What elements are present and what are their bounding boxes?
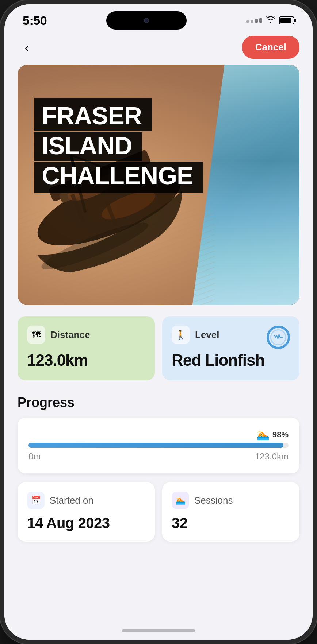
title-block-3: CHALLENGE xyxy=(34,162,203,193)
sessions-header: 🏊 Sessions xyxy=(172,492,290,509)
status-time: 5:50 xyxy=(23,13,47,28)
hero-title-line1: FRASER xyxy=(42,102,142,129)
progress-card: 🏊 98% 0m 123.0km xyxy=(18,418,299,473)
phone-frame: 5:50 xyxy=(0,0,317,644)
level-value: Red Lionfish xyxy=(172,351,264,369)
distance-icon-circle: 🗺 xyxy=(27,326,45,344)
progress-end-label: 123.0km xyxy=(255,451,289,462)
battery-icon xyxy=(279,16,294,24)
detail-cards-row: 📅 Started on 14 Aug 2023 🏊 Sessions xyxy=(18,482,299,542)
distance-label: Distance xyxy=(50,329,90,341)
calendar-icon-circle: 📅 xyxy=(27,492,45,509)
progress-section: Progress 🏊 98% 0m 123.0km xyxy=(18,395,299,542)
hero-title-line3: CHALLENGE xyxy=(42,162,193,189)
level-card-header: 🚶 Level xyxy=(172,326,264,344)
home-bar xyxy=(122,629,195,632)
info-cards-row: 🗺 Distance 123.0km 🚶 xyxy=(18,316,299,380)
level-card: 🚶 Level Red Lionfish xyxy=(162,316,299,380)
distance-value: 123.0km xyxy=(27,351,145,369)
progress-percent: 98% xyxy=(272,430,289,439)
back-button[interactable]: ‹ xyxy=(18,38,36,57)
hero-title-overlay: FRASER ISLAND CHALLENGE xyxy=(34,98,203,193)
nav-bar: ‹ Cancel xyxy=(4,30,313,65)
home-indicator xyxy=(4,621,313,640)
status-bar: 5:50 xyxy=(4,4,313,30)
hero-title-line2: ISLAND xyxy=(42,132,132,159)
progress-bar-wrapper: 🏊 98% 0m 123.0km xyxy=(28,428,289,465)
cancel-button[interactable]: Cancel xyxy=(242,36,299,59)
hero-image: FRASER ISLAND CHALLENGE xyxy=(18,65,299,305)
person-icon: 🚶 xyxy=(175,330,186,340)
sessions-label: Sessions xyxy=(194,495,233,506)
calendar-icon: 📅 xyxy=(31,496,41,505)
progress-title: Progress xyxy=(18,395,299,410)
back-chevron-icon: ‹ xyxy=(25,42,29,53)
status-icons xyxy=(246,16,294,25)
swimmer-icon: 🏊 xyxy=(257,428,270,441)
started-on-value: 14 Aug 2023 xyxy=(27,515,145,531)
level-icon-circle: 🚶 xyxy=(172,326,190,344)
swimmer-badge-row: 🏊 98% xyxy=(28,428,289,441)
title-block-1: FRASER xyxy=(34,98,152,131)
progress-start-label: 0m xyxy=(28,451,41,462)
level-label: Level xyxy=(195,329,219,341)
screen: 5:50 xyxy=(4,4,313,640)
signal-icon xyxy=(246,18,262,23)
hero-scene: FRASER ISLAND CHALLENGE xyxy=(18,65,299,305)
progress-bar-fill xyxy=(28,443,283,448)
started-on-header: 📅 Started on xyxy=(27,492,145,509)
heartbeat-icon xyxy=(273,332,283,342)
sessions-swimmer-icon: 🏊 xyxy=(176,496,186,505)
title-block-2: ISLAND xyxy=(34,132,142,161)
camera-dot xyxy=(144,18,149,23)
started-on-card: 📅 Started on 14 Aug 2023 xyxy=(18,482,155,542)
progress-labels: 0m 123.0km xyxy=(28,451,289,462)
sessions-value: 32 xyxy=(172,515,290,531)
dynamic-island xyxy=(106,11,187,30)
progress-bar-track xyxy=(28,443,289,448)
wifi-icon xyxy=(266,16,275,25)
map-icon: 🗺 xyxy=(32,330,41,340)
distance-card: 🗺 Distance 123.0km xyxy=(18,316,155,380)
sessions-card: 🏊 Sessions 32 xyxy=(162,482,299,542)
scroll-content[interactable]: 🗺 Distance 123.0km 🚶 xyxy=(4,305,313,621)
heart-rate-circle xyxy=(267,326,290,349)
started-on-label: Started on xyxy=(50,495,93,506)
distance-card-header: 🗺 Distance xyxy=(27,326,145,344)
sessions-icon-circle: 🏊 xyxy=(172,492,189,509)
